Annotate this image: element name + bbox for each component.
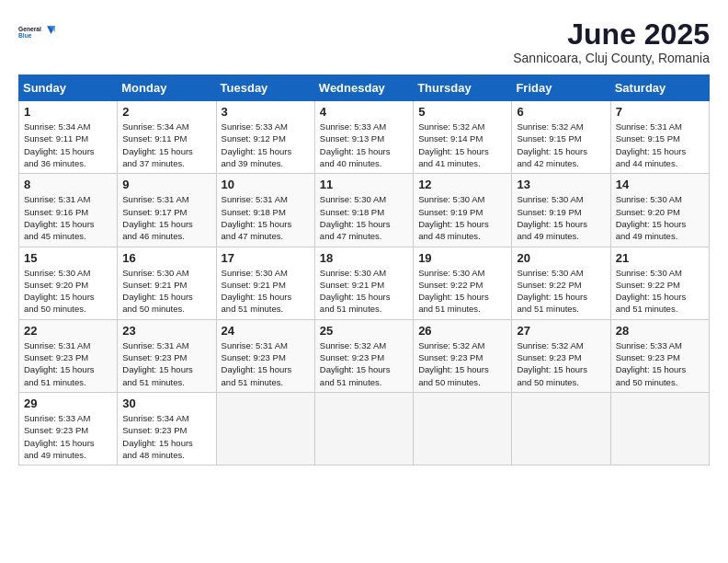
day-info: Sunrise: 5:31 AM Sunset: 9:16 PM Dayligh… [24, 193, 112, 242]
day-number: 21 [616, 251, 704, 265]
calendar-cell [512, 392, 610, 465]
calendar-cell: 3Sunrise: 5:33 AM Sunset: 9:12 PM Daylig… [216, 101, 314, 174]
day-number: 3 [222, 105, 310, 119]
calendar-table: SundayMondayTuesdayWednesdayThursdayFrid… [18, 75, 710, 465]
calendar-cell: 19Sunrise: 5:30 AM Sunset: 9:22 PM Dayli… [414, 247, 512, 319]
day-number: 6 [517, 105, 605, 119]
day-info: Sunrise: 5:32 AM Sunset: 9:14 PM Dayligh… [418, 121, 506, 169]
calendar-cell: 24Sunrise: 5:31 AM Sunset: 9:23 PM Dayli… [216, 319, 314, 392]
calendar-cell: 17Sunrise: 5:30 AM Sunset: 9:21 PM Dayli… [216, 247, 314, 319]
day-info: Sunrise: 5:33 AM Sunset: 9:12 PM Dayligh… [222, 121, 310, 169]
calendar-cell: 29Sunrise: 5:33 AM Sunset: 9:23 PM Dayli… [19, 392, 118, 465]
day-info: Sunrise: 5:30 AM Sunset: 9:18 PM Dayligh… [320, 193, 408, 242]
calendar-cell: 22Sunrise: 5:31 AM Sunset: 9:23 PM Dayli… [19, 319, 118, 392]
calendar-cell: 12Sunrise: 5:30 AM Sunset: 9:19 PM Dayli… [414, 174, 512, 247]
weekday-header-tuesday: Tuesday [216, 75, 314, 101]
calendar-cell: 2Sunrise: 5:34 AM Sunset: 9:11 PM Daylig… [118, 101, 216, 174]
weekday-header-thursday: Thursday [414, 75, 512, 101]
day-info: Sunrise: 5:30 AM Sunset: 9:21 PM Dayligh… [222, 267, 310, 316]
day-number: 1 [24, 105, 112, 119]
day-number: 22 [24, 324, 112, 338]
calendar-header-row: SundayMondayTuesdayWednesdayThursdayFrid… [19, 75, 710, 101]
calendar-cell: 10Sunrise: 5:31 AM Sunset: 9:18 PM Dayli… [216, 174, 314, 247]
day-info: Sunrise: 5:30 AM Sunset: 9:19 PM Dayligh… [517, 193, 605, 242]
day-info: Sunrise: 5:30 AM Sunset: 9:22 PM Dayligh… [517, 267, 605, 316]
calendar-cell [414, 392, 512, 465]
day-number: 15 [24, 251, 112, 265]
day-number: 20 [517, 251, 605, 265]
day-number: 9 [122, 178, 210, 191]
calendar-cell: 6Sunrise: 5:32 AM Sunset: 9:15 PM Daylig… [512, 101, 610, 174]
calendar-cell: 11Sunrise: 5:30 AM Sunset: 9:18 PM Dayli… [314, 174, 413, 247]
calendar-cell: 18Sunrise: 5:30 AM Sunset: 9:21 PM Dayli… [314, 247, 413, 319]
weekday-header-monday: Monday [118, 75, 216, 101]
day-number: 16 [122, 251, 210, 265]
day-number: 25 [320, 324, 408, 338]
calendar-week-row: 15Sunrise: 5:30 AM Sunset: 9:20 PM Dayli… [19, 247, 710, 319]
day-number: 2 [122, 105, 210, 119]
calendar-cell: 25Sunrise: 5:32 AM Sunset: 9:23 PM Dayli… [314, 319, 413, 392]
calendar-cell: 28Sunrise: 5:33 AM Sunset: 9:23 PM Dayli… [610, 319, 709, 392]
day-info: Sunrise: 5:32 AM Sunset: 9:15 PM Dayligh… [517, 121, 605, 169]
calendar-cell: 27Sunrise: 5:32 AM Sunset: 9:23 PM Dayli… [512, 319, 610, 392]
day-info: Sunrise: 5:31 AM Sunset: 9:17 PM Dayligh… [122, 193, 210, 242]
day-number: 26 [418, 324, 506, 338]
day-info: Sunrise: 5:30 AM Sunset: 9:20 PM Dayligh… [24, 267, 112, 316]
calendar-week-row: 1Sunrise: 5:34 AM Sunset: 9:11 PM Daylig… [19, 101, 710, 174]
day-info: Sunrise: 5:33 AM Sunset: 9:23 PM Dayligh… [24, 412, 112, 461]
day-number: 12 [418, 178, 506, 191]
calendar-week-row: 22Sunrise: 5:31 AM Sunset: 9:23 PM Dayli… [19, 319, 710, 392]
day-info: Sunrise: 5:34 AM Sunset: 9:11 PM Dayligh… [24, 121, 112, 169]
day-number: 23 [122, 324, 210, 338]
weekday-header-sunday: Sunday [19, 75, 118, 101]
svg-text:General: General [18, 26, 41, 32]
day-number: 29 [24, 396, 112, 410]
day-info: Sunrise: 5:30 AM Sunset: 9:22 PM Dayligh… [616, 267, 704, 316]
calendar-cell: 8Sunrise: 5:31 AM Sunset: 9:16 PM Daylig… [19, 174, 118, 247]
calendar-cell: 1Sunrise: 5:34 AM Sunset: 9:11 PM Daylig… [19, 101, 118, 174]
day-info: Sunrise: 5:30 AM Sunset: 9:20 PM Dayligh… [616, 193, 704, 242]
day-number: 17 [222, 251, 310, 265]
calendar-cell: 13Sunrise: 5:30 AM Sunset: 9:19 PM Dayli… [512, 174, 610, 247]
day-number: 5 [418, 105, 506, 119]
calendar-cell: 4Sunrise: 5:33 AM Sunset: 9:13 PM Daylig… [314, 101, 413, 174]
day-info: Sunrise: 5:30 AM Sunset: 9:19 PM Dayligh… [418, 193, 506, 242]
calendar-week-row: 29Sunrise: 5:33 AM Sunset: 9:23 PM Dayli… [19, 392, 710, 465]
day-number: 19 [418, 251, 506, 265]
svg-text:Blue: Blue [18, 32, 32, 39]
day-info: Sunrise: 5:33 AM Sunset: 9:23 PM Dayligh… [616, 339, 704, 388]
day-info: Sunrise: 5:31 AM Sunset: 9:18 PM Dayligh… [222, 193, 310, 242]
day-number: 4 [320, 105, 408, 119]
calendar-cell [216, 392, 314, 465]
calendar-cell: 14Sunrise: 5:30 AM Sunset: 9:20 PM Dayli… [610, 174, 709, 247]
calendar-cell: 20Sunrise: 5:30 AM Sunset: 9:22 PM Dayli… [512, 247, 610, 319]
day-info: Sunrise: 5:32 AM Sunset: 9:23 PM Dayligh… [418, 339, 506, 388]
logo: General Blue [18, 18, 55, 46]
calendar-cell: 7Sunrise: 5:31 AM Sunset: 9:15 PM Daylig… [610, 101, 709, 174]
title-section: June 2025 Sannicoara, Cluj County, Roman… [513, 18, 710, 65]
calendar-cell: 26Sunrise: 5:32 AM Sunset: 9:23 PM Dayli… [414, 319, 512, 392]
calendar-cell: 15Sunrise: 5:30 AM Sunset: 9:20 PM Dayli… [19, 247, 118, 319]
day-info: Sunrise: 5:30 AM Sunset: 9:21 PM Dayligh… [122, 267, 210, 316]
day-info: Sunrise: 5:31 AM Sunset: 9:23 PM Dayligh… [222, 339, 310, 388]
day-number: 28 [616, 324, 704, 338]
day-number: 8 [24, 178, 112, 191]
day-number: 11 [320, 178, 408, 191]
calendar-cell: 21Sunrise: 5:30 AM Sunset: 9:22 PM Dayli… [610, 247, 709, 319]
weekday-header-friday: Friday [512, 75, 610, 101]
page-header: General Blue June 2025 Sannicoara, Cluj … [18, 18, 710, 65]
day-info: Sunrise: 5:32 AM Sunset: 9:23 PM Dayligh… [320, 339, 408, 388]
day-number: 27 [517, 324, 605, 338]
calendar-cell: 23Sunrise: 5:31 AM Sunset: 9:23 PM Dayli… [118, 319, 216, 392]
calendar-cell: 16Sunrise: 5:30 AM Sunset: 9:21 PM Dayli… [118, 247, 216, 319]
calendar-cell: 9Sunrise: 5:31 AM Sunset: 9:17 PM Daylig… [118, 174, 216, 247]
calendar-cell: 30Sunrise: 5:34 AM Sunset: 9:23 PM Dayli… [118, 392, 216, 465]
day-number: 13 [517, 178, 605, 191]
day-info: Sunrise: 5:33 AM Sunset: 9:13 PM Dayligh… [320, 121, 408, 169]
day-info: Sunrise: 5:34 AM Sunset: 9:23 PM Dayligh… [122, 412, 210, 461]
day-number: 14 [616, 178, 704, 191]
day-info: Sunrise: 5:30 AM Sunset: 9:21 PM Dayligh… [320, 267, 408, 316]
month-title: June 2025 [513, 18, 710, 51]
day-info: Sunrise: 5:31 AM Sunset: 9:15 PM Dayligh… [616, 121, 704, 169]
weekday-header-saturday: Saturday [610, 75, 709, 101]
